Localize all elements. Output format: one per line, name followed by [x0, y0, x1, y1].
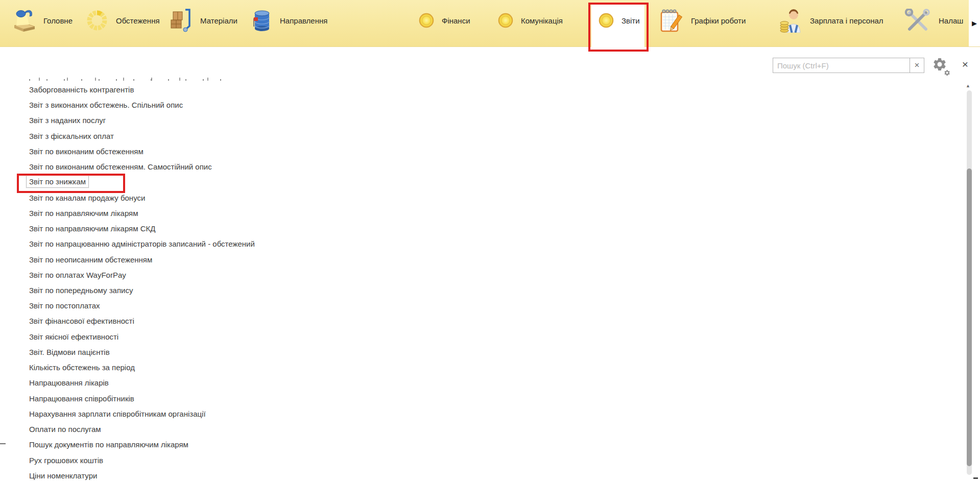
report-link[interactable]: Звіт по каналам продажу бонуси [29, 193, 145, 203]
report-link[interactable]: Звіт по виконаним обстеженням [29, 147, 144, 156]
menu-overflow-strip: ▶ [969, 0, 980, 46]
person-coins-icon [780, 8, 802, 33]
menu-item-label: Налаш [939, 16, 963, 25]
report-link[interactable]: Звіт фінансової ефективності [29, 316, 134, 326]
report-link[interactable]: Нарахування зарплати співробітникам орга… [29, 409, 206, 419]
menu-item-label: Звіти [622, 16, 640, 25]
menu-item-finance[interactable]: Фінанси [419, 0, 470, 41]
coin-icon [419, 13, 434, 28]
desk-lamp-icon [13, 8, 36, 33]
menu-item-work-schedules[interactable]: Графіки роботи [659, 0, 746, 41]
menu-item-label: Комунікація [521, 16, 563, 25]
report-link[interactable]: Ціни номенклатури [29, 471, 97, 480]
notepad-pencil-icon [659, 8, 683, 33]
settings-gear-button[interactable] [931, 56, 952, 77]
report-link[interactable]: Звіт по попередньому запису [29, 285, 133, 295]
crates-icon [170, 9, 193, 32]
scrollbar-up-icon[interactable]: ▲ [966, 84, 970, 88]
report-link[interactable]: Звіт по неописанним обстеженням [29, 255, 152, 264]
report-link[interactable]: Звіт по направляючим лікарям СКД [29, 224, 155, 233]
report-link[interactable]: Пошук документів по направляючим лікарям [29, 440, 188, 449]
coin-icon [498, 13, 513, 28]
vertical-scrollbar-track[interactable] [967, 90, 972, 475]
clipped-list-item[interactable] [29, 78, 232, 81]
menu-item-label: Матеріали [200, 16, 237, 25]
menu-item-reports[interactable]: Звіти [599, 0, 640, 41]
report-link[interactable]: Звіт якісної ефективності [29, 332, 118, 342]
vertical-scrollbar-thumb[interactable] [967, 169, 972, 466]
menu-item-label: Фінанси [442, 16, 470, 25]
report-link[interactable]: Кількість обстежень за період [29, 363, 135, 372]
report-link[interactable]: Звіт по виконаним обстеженням. Самостійн… [29, 162, 212, 172]
report-link[interactable]: Звіт по знижкам [26, 175, 89, 188]
report-link[interactable]: Рух грошових коштів [29, 455, 103, 465]
left-edge-mark [0, 443, 6, 444]
menu-item-payroll-staff[interactable]: Зарплата і персонал [780, 0, 883, 41]
menu-item-referrals[interactable]: Направлення [252, 0, 327, 41]
report-link[interactable]: Звіт по напрацюванню адміністраторів зап… [29, 239, 255, 249]
database-icon [252, 8, 272, 33]
report-link[interactable]: Звіт з фіскальних оплат [29, 131, 114, 141]
menu-item-label: Графіки роботи [691, 16, 746, 25]
report-link[interactable]: Звіт. Відмови пацієнтів [29, 347, 110, 357]
coin-icon [599, 13, 614, 28]
menu-item-label: Обстеження [116, 16, 160, 25]
menu-item-examinations[interactable]: Обстеження [86, 0, 160, 41]
spinner-icon [86, 9, 108, 32]
scrollbar-bottom-mark [973, 477, 978, 479]
report-link[interactable]: Звіт по направляючим лікарям [29, 208, 138, 218]
report-link[interactable]: Напрацювання співробітників [29, 394, 134, 403]
report-link[interactable]: Звіт з наданих послуг [29, 115, 106, 125]
tools-icon [902, 9, 931, 32]
report-link[interactable]: Звіт по оплатах WayForPay [29, 270, 126, 280]
menu-item-settings[interactable]: Налаш [902, 0, 963, 41]
menu-item-communication[interactable]: Комунікація [498, 0, 563, 41]
menu-item-materials[interactable]: Матеріали [170, 0, 237, 41]
report-link[interactable]: Звіт з виконаних обстежень. Спільний опи… [29, 100, 183, 110]
menu-item-label: Зарплата і персонал [810, 16, 883, 25]
report-link[interactable]: Заборгованність контрагентів [29, 85, 134, 94]
menu-scroll-right-icon[interactable]: ▶ [972, 20, 977, 27]
report-link[interactable]: Оплати по послугам [29, 424, 101, 434]
menu-item-home[interactable]: Головне [13, 0, 73, 41]
app-window: { "menu": { "items": [ {"label": "Головн… [0, 0, 980, 481]
report-link[interactable]: Напрацювання лікарів [29, 378, 109, 388]
menu-item-label: Направлення [280, 16, 327, 25]
reports-list: Заборгованність контрагентівЗвіт з викон… [0, 0, 980, 481]
report-link[interactable]: Звіт по постоплатах [29, 301, 100, 310]
menu-item-label: Головне [43, 16, 73, 25]
